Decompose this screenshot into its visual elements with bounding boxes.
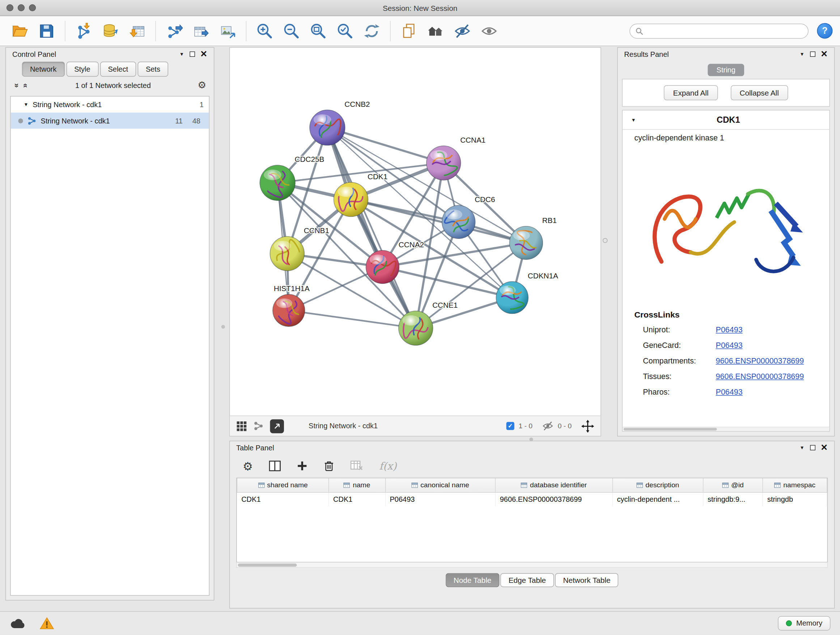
network-node-CCNA1[interactable]: CCNA1 xyxy=(426,136,486,180)
crosslink-link[interactable]: P06493 xyxy=(716,325,743,334)
network-edge[interactable] xyxy=(382,267,512,298)
vertical-splitter-handle[interactable] xyxy=(603,238,607,243)
float-panel-icon[interactable] xyxy=(189,51,195,57)
column-header-shared-name[interactable]: shared name xyxy=(237,478,328,492)
table-options-gear-icon[interactable]: ⚙ xyxy=(243,460,253,471)
horizontal-scrollbar[interactable] xyxy=(622,427,829,431)
network-node-CDK1[interactable]: CDK1 xyxy=(334,172,388,217)
zoom-selected-button[interactable] xyxy=(333,19,357,42)
network-edge[interactable] xyxy=(327,127,444,163)
horizontal-splitter-handle[interactable] xyxy=(529,437,533,441)
vertical-splitter-handle[interactable] xyxy=(221,325,225,328)
column-header-name[interactable]: name xyxy=(328,478,385,492)
float-panel-icon[interactable] xyxy=(810,445,815,450)
crosslink-link[interactable]: 9606.ENSP00000378699 xyxy=(716,356,804,365)
network-canvas[interactable]: CCNB2CCNA1CDC25BCDK1CDC6RB1CCNB1CCNA2CDK… xyxy=(230,48,600,416)
expand-all-button[interactable]: Expand All xyxy=(664,85,717,100)
crosslink-link[interactable]: P06493 xyxy=(716,340,743,349)
crosslink-link[interactable]: P06493 xyxy=(716,387,743,396)
column-header-namespac[interactable]: namespac xyxy=(763,478,827,492)
tab-style[interactable]: Style xyxy=(66,62,98,76)
tab-edge-table[interactable]: Edge Table xyxy=(500,573,554,587)
search-input[interactable] xyxy=(646,27,802,35)
collapse-panel-icon[interactable]: ▼ xyxy=(800,51,805,57)
network-edge[interactable] xyxy=(327,127,416,328)
grid-view-icon[interactable] xyxy=(236,421,247,432)
collapse-all-networks-icon[interactable]: » xyxy=(20,81,29,89)
network-collection-row[interactable]: ▼ String Network - cdk1 1 xyxy=(11,97,209,112)
collapse-panel-icon[interactable]: ▼ xyxy=(800,445,805,450)
network-node-CCNB1[interactable]: CCNB1 xyxy=(270,226,329,271)
search-field[interactable] xyxy=(630,23,808,38)
network-view-share-icon[interactable] xyxy=(254,421,264,431)
crosslinks-title: CrossLinks xyxy=(622,307,829,321)
selected-checkbox-icon[interactable]: ✓ xyxy=(506,422,514,430)
window-controls xyxy=(6,4,36,11)
float-panel-icon[interactable] xyxy=(810,51,815,57)
export-table-button[interactable] xyxy=(188,19,213,42)
first-neighbors-button[interactable] xyxy=(423,19,448,42)
clone-network-button[interactable] xyxy=(396,19,421,42)
open-session-button[interactable] xyxy=(8,19,32,42)
network-edge[interactable] xyxy=(289,310,416,328)
close-panel-icon[interactable]: ✕ xyxy=(821,443,828,452)
tab-network-table[interactable]: Network Table xyxy=(555,573,618,587)
network-view-title: String Network - cdk1 xyxy=(309,422,378,430)
zoom-in-button[interactable] xyxy=(253,19,277,42)
tab-network[interactable]: Network xyxy=(22,62,65,76)
network-node-HIST1H1A[interactable]: HIST1H1A xyxy=(273,284,309,326)
collection-caret-icon[interactable]: ▼ xyxy=(24,102,28,107)
refresh-view-button[interactable] xyxy=(360,19,384,42)
node-label-CDKN1A: CDKN1A xyxy=(528,272,558,280)
collapse-all-button[interactable]: Collapse All xyxy=(730,85,788,100)
network-options-gear-icon[interactable]: ⚙ xyxy=(197,80,206,90)
tab-node-table[interactable]: Node Table xyxy=(446,573,500,587)
show-columns-icon[interactable] xyxy=(269,461,281,471)
network-edge[interactable] xyxy=(351,200,526,243)
zoom-selected-icon xyxy=(336,22,354,39)
import-table-button[interactable] xyxy=(125,19,149,42)
column-header-database-identifier[interactable]: database identifier xyxy=(495,478,613,492)
open-in-new-window-button[interactable] xyxy=(270,419,284,433)
tab-string[interactable]: String xyxy=(708,63,744,76)
memory-button[interactable]: Memory xyxy=(778,616,831,631)
close-panel-icon[interactable]: ✕ xyxy=(821,50,828,59)
table-horizontal-scrollbar[interactable] xyxy=(236,562,828,568)
table-panel-title: Table Panel xyxy=(236,444,274,452)
hide-selected-button[interactable] xyxy=(450,19,475,42)
collapse-panel-icon[interactable]: ▼ xyxy=(180,51,184,57)
tab-sets[interactable]: Sets xyxy=(138,62,168,76)
column-header-description[interactable]: description xyxy=(613,478,703,492)
import-network-file-button[interactable] xyxy=(71,19,96,42)
zoom-fit-button[interactable] xyxy=(306,19,331,42)
network-node-RB1[interactable]: RB1 xyxy=(509,216,557,260)
network-row-selected[interactable]: String Network - cdk1 11 48 xyxy=(11,112,209,128)
node-label-CCNB2: CCNB2 xyxy=(344,100,370,108)
zoom-in-icon xyxy=(256,22,273,39)
window-zoom-button[interactable] xyxy=(29,4,36,11)
zoom-out-button[interactable] xyxy=(279,19,304,42)
crosslink-label: Compartments: xyxy=(643,356,696,365)
warning-icon[interactable] xyxy=(40,617,54,630)
network-node-CDC6[interactable]: CDC6 xyxy=(442,195,495,239)
help-button[interactable]: ? xyxy=(817,23,832,39)
tab-select[interactable]: Select xyxy=(100,62,136,76)
column-header-canonical-name[interactable]: canonical name xyxy=(385,478,495,492)
crosslink-link[interactable]: 9606.ENSP00000378699 xyxy=(716,372,804,380)
window-close-button[interactable] xyxy=(6,4,13,11)
gene-section-caret-icon[interactable]: ▼ xyxy=(631,117,636,123)
delete-column-icon[interactable] xyxy=(324,460,334,472)
save-session-button[interactable] xyxy=(34,19,59,42)
cloud-status-icon[interactable] xyxy=(10,617,26,629)
export-image-button[interactable] xyxy=(215,19,240,42)
table-row[interactable]: CDK1CDK1P064939606.ENSP00000378699cyclin… xyxy=(237,492,827,507)
show-all-button[interactable] xyxy=(477,19,501,42)
add-column-icon[interactable] xyxy=(297,461,308,471)
import-network-database-button[interactable] xyxy=(98,19,123,42)
export-network-button[interactable] xyxy=(162,19,186,42)
birds-eye-view-icon[interactable] xyxy=(581,420,594,432)
close-panel-icon[interactable]: ✕ xyxy=(200,50,207,59)
network-node-CDKN1A[interactable]: CDKN1A xyxy=(496,272,558,314)
window-minimize-button[interactable] xyxy=(18,4,25,11)
column-header--id[interactable]: @id xyxy=(703,478,763,492)
